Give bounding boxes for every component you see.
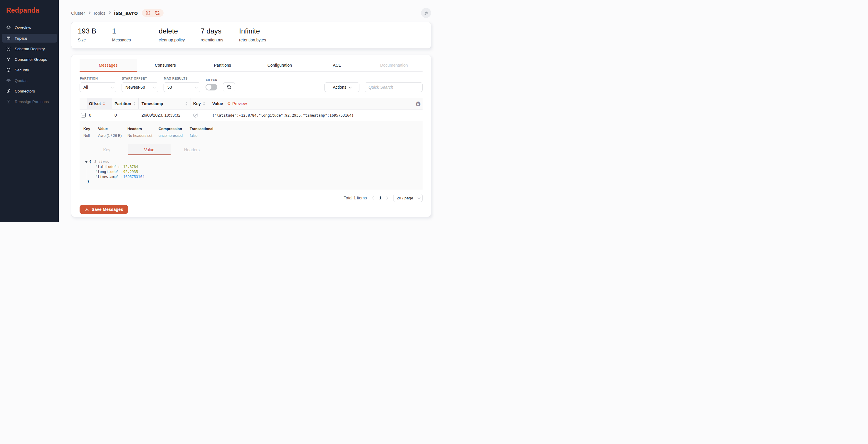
topbar: Cluster Topics iss_avro — [71, 8, 431, 18]
key-header-label: Key — [193, 101, 201, 106]
payload-tabs: Key Value Headers — [86, 144, 423, 155]
tab-documentation[interactable]: Documentation — [365, 59, 423, 71]
refresh-icon — [227, 85, 231, 90]
sidebar-item-label: Quotas — [15, 78, 28, 83]
sort-icon — [103, 102, 105, 105]
tab-configuration[interactable]: Configuration — [251, 59, 308, 71]
stat-retention-bytes: Infinite retention.bytes — [239, 27, 266, 42]
sidebar-item-label: Schema Registry — [15, 47, 45, 51]
max-results-select[interactable]: 50 — [163, 82, 200, 92]
refresh-messages-button[interactable] — [223, 82, 235, 92]
pagination: Total 1 items 1 20 / page — [80, 194, 423, 202]
json-close-line: } — [87, 180, 423, 184]
sort-icon — [133, 102, 136, 105]
collapse-row-button[interactable] — [81, 113, 86, 118]
json-tree-viewer: { 3 items "latitude" : -12.8784 "longitu… — [85, 159, 423, 184]
breadcrumb-cluster[interactable]: Cluster — [71, 10, 85, 15]
save-messages-button[interactable]: Save Messages — [80, 205, 128, 214]
gear-icon: ⚙ — [227, 102, 231, 106]
save-messages-label: Save Messages — [92, 207, 123, 212]
sidebar-item-label: Topics — [15, 36, 27, 40]
column-header-key[interactable]: Key — [191, 98, 210, 109]
message-row[interactable]: 0 0 26/09/2023, 19:33:32 {"latitude":-12… — [80, 109, 423, 121]
json-number-value: 92.2935 — [123, 169, 138, 175]
stat-retention-ms: 7 days retention.ms — [200, 27, 223, 42]
main-content: Cluster Topics iss_avro 193 B Size 1 Mes… — [59, 0, 434, 222]
scales-icon — [6, 78, 11, 83]
json-colon: : — [118, 164, 120, 169]
produce-play-icon[interactable] — [145, 10, 151, 15]
payload-tab-value[interactable]: Value — [128, 144, 170, 155]
chevron-down-icon — [195, 86, 198, 88]
next-page-icon[interactable] — [385, 196, 388, 199]
filter-toggle[interactable] — [206, 84, 217, 90]
sidebar-item-overview[interactable]: Overview — [2, 23, 57, 32]
wrench-icon — [424, 10, 429, 15]
sidebar-item-label: Security — [15, 68, 29, 72]
sidebar-item-topics[interactable]: Topics — [2, 34, 57, 42]
column-header-timestamp[interactable]: Timestamp — [138, 98, 191, 109]
max-results-select-value: 50 — [167, 85, 172, 90]
sidebar-nav: Overview Topics Schema Registry Consumer… — [0, 23, 59, 106]
payload-tab-key[interactable]: Key — [86, 144, 128, 155]
max-results-filter-label: MAX RESULTS — [164, 77, 200, 80]
page-size-select[interactable]: 20 / page — [393, 194, 423, 202]
wrench-button[interactable] — [421, 8, 431, 18]
breadcrumb-chevron-icon — [88, 11, 90, 14]
refresh-topic-icon[interactable] — [155, 10, 160, 15]
start-offset-select[interactable]: Newest-50 — [122, 82, 158, 92]
collapse-caret-icon[interactable] — [85, 161, 88, 163]
stat-label: cleanup.policy — [159, 38, 185, 42]
json-entry: "latitude" : -12.8784 — [95, 164, 423, 169]
row-key-cell — [191, 113, 210, 118]
tab-messages[interactable]: Messages — [80, 59, 137, 71]
row-expand-cell — [80, 113, 87, 118]
topic-detail-card: Messages Consumers Partitions Configurat… — [71, 55, 431, 217]
sidebar-item-schema-registry[interactable]: Schema Registry — [2, 44, 57, 53]
timestamp-header-label: Timestamp — [142, 101, 163, 106]
actions-dropdown-button[interactable]: Actions — [324, 82, 360, 92]
sidebar-item-reassign-partitions[interactable]: Reassign Partitions — [2, 97, 57, 106]
chevron-down-icon — [349, 86, 352, 88]
meta-label: Key — [83, 127, 98, 131]
payload-tab-headers[interactable]: Headers — [170, 144, 213, 155]
reassign-icon — [6, 99, 11, 104]
stat-value: Infinite — [239, 27, 266, 35]
sidebar-item-security[interactable]: Security — [2, 65, 57, 74]
tab-partitions[interactable]: Partitions — [194, 59, 251, 71]
sidebar-item-connectors[interactable]: Connectors — [2, 87, 57, 95]
max-results-filter-group: MAX RESULTS 50 — [163, 77, 200, 92]
quick-search-input[interactable] — [365, 82, 423, 92]
shield-check-icon — [6, 67, 11, 72]
sidebar: Redpanda Overview Topics Schema Registry… — [0, 0, 59, 222]
breadcrumb-topics[interactable]: Topics — [93, 10, 106, 15]
column-header-offset[interactable]: Offset — [87, 98, 112, 109]
meta-label: Headers — [127, 127, 159, 131]
stat-value: 1 — [112, 27, 131, 35]
sidebar-item-label: Connectors — [15, 89, 35, 93]
preview-button[interactable]: ⚙ Preview — [227, 101, 247, 106]
stat-divider — [147, 27, 147, 43]
breadcrumb-chevron-icon — [108, 11, 111, 14]
filter-toggle-label: FILTER — [206, 78, 218, 82]
table-settings-gear-icon[interactable]: ⚙ — [415, 101, 421, 107]
json-key: "timestamp" — [95, 175, 119, 180]
partition-select[interactable]: All — [80, 82, 116, 92]
sort-icon — [203, 102, 205, 105]
tab-acl[interactable]: ACL — [308, 59, 366, 71]
previous-page-icon[interactable] — [372, 196, 376, 199]
sidebar-item-consumer-groups[interactable]: Consumer Groups — [2, 55, 57, 64]
column-header-partition[interactable]: Partition — [112, 98, 138, 109]
chevron-down-icon — [153, 86, 156, 88]
meta-label: Transactional — [190, 127, 214, 131]
sidebar-item-label: Overview — [15, 26, 31, 30]
meta-headers: Headers No headers set — [127, 127, 159, 138]
tab-consumers[interactable]: Consumers — [137, 59, 194, 71]
home-icon — [6, 25, 11, 30]
stat-label: Size — [78, 38, 96, 42]
sort-icon — [185, 102, 188, 105]
json-root-line[interactable]: { 3 items — [85, 159, 423, 164]
stat-value: delete — [159, 27, 185, 35]
sidebar-item-quotas[interactable]: Quotas — [2, 76, 57, 85]
current-page[interactable]: 1 — [379, 196, 381, 200]
